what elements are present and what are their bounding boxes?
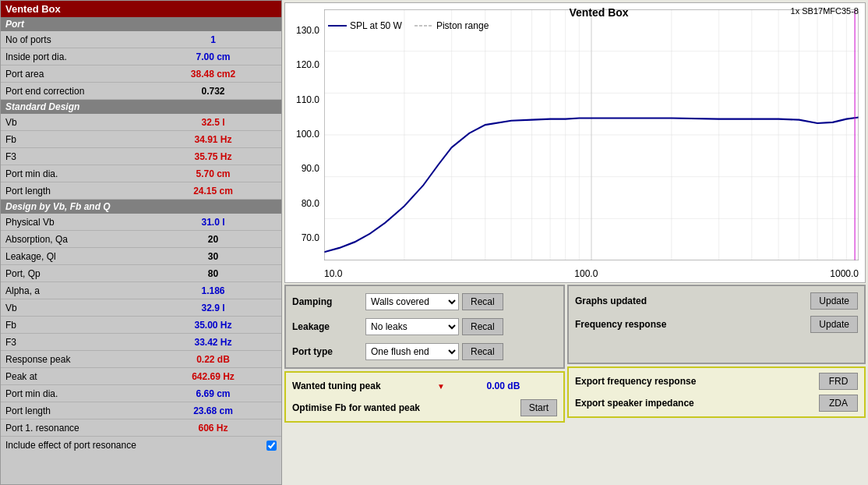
- graphs-updated-row: Graphs updated Update: [575, 291, 858, 311]
- port-area-label: Port area: [1, 67, 145, 81]
- inside-port-dia-value: 7.00 cm: [145, 50, 281, 64]
- table-row: Absorption, Qa 20: [1, 231, 281, 248]
- include-port-resonance-label: Include effect of port resonance: [5, 440, 263, 451]
- design-by-vb-fb-q-header: Design by Vb, Fb and Q: [1, 200, 281, 214]
- port-type-recal-button[interactable]: Recal: [462, 343, 503, 360]
- legend-spl-label: SPL at 50 W: [350, 20, 402, 31]
- table-row: No of ports 1: [1, 31, 281, 48]
- leakage-label: Leakage: [292, 321, 362, 332]
- port-end-correction-value: 0.732: [145, 84, 281, 98]
- inside-port-dia-label: Inside port dia.: [1, 50, 145, 64]
- controls-panel: Damping Walls covered None Fully covered…: [284, 285, 565, 369]
- export-freq-row: Export frequency response FRD: [575, 371, 858, 391]
- damping-label: Damping: [292, 296, 362, 307]
- table-row: Fb 35.00 Hz: [1, 317, 281, 334]
- y-axis-labels: 130.0 120.0 110.0 100.0 90.0 80.0 70.0: [285, 25, 323, 243]
- x-axis-labels: 10.0 100.0 1000.0: [324, 268, 859, 279]
- table-row: Port length 23.68 cm: [1, 402, 281, 420]
- export-impedance-row: Export speaker impedance ZDA: [575, 393, 858, 413]
- chart-legend: SPL at 50 W Piston range: [328, 20, 489, 31]
- optimise-label: Optimise Fb for wanted peak: [292, 402, 516, 413]
- port-type-label: Port type: [292, 346, 362, 357]
- table-row: Vb 32.9 l: [1, 299, 281, 317]
- export-frd-button[interactable]: FRD: [819, 373, 858, 390]
- app-title: Vented Box: [1, 1, 281, 17]
- legend-piston-label: Piston range: [436, 20, 489, 31]
- port-type-select[interactable]: One flush end Both open ends Both flush …: [365, 343, 459, 360]
- port-area-value: 38.48 cm2: [145, 67, 281, 81]
- graphs-updated-label: Graphs updated: [575, 296, 806, 306]
- empty-row: [575, 338, 858, 358]
- tuning-marker: ▼: [437, 382, 445, 391]
- export-impedance-label: Export speaker impedance: [575, 398, 814, 409]
- optimise-start-button[interactable]: Start: [520, 399, 557, 416]
- table-row: Port min dia. 6.69 cm: [1, 385, 281, 402]
- tuning-row: Wanted tuning peak ▼ 0.00 dB: [292, 376, 557, 396]
- damping-select[interactable]: Walls covered None Fully covered: [365, 293, 459, 310]
- chart-title: Vented Box: [569, 6, 628, 19]
- leakage-recal-button[interactable]: Recal: [462, 318, 503, 335]
- table-row: Port end correction 0.732: [1, 83, 281, 100]
- table-row: Port length 24.15 cm: [1, 182, 281, 200]
- left-panel: Vented Box Port No of ports 1 Inside por…: [0, 0, 282, 485]
- table-row: Physical Vb 31.0 l: [1, 214, 281, 231]
- chart-container: Vented Box 1x SB17MFC35-8 SPL at 50 W Pi…: [284, 2, 866, 283]
- table-row: Inside port dia. 7.00 cm: [1, 48, 281, 65]
- table-row: F3 33.42 Hz: [1, 334, 281, 351]
- wanted-tuning-peak-value: 0.00 dB: [450, 381, 557, 391]
- frequency-chart: [324, 9, 859, 260]
- table-row: Response peak 0.22 dB: [1, 351, 281, 368]
- graphs-update-button[interactable]: Update: [810, 292, 858, 310]
- table-row: Port 1. resonance 606 Hz: [1, 420, 281, 437]
- table-row: Alpha, a 1.186: [1, 282, 281, 299]
- table-row: Port, Qp 80: [1, 265, 281, 282]
- port-section-header: Port: [1, 17, 281, 31]
- optimise-row: Optimise Fb for wanted peak Start: [292, 398, 557, 418]
- wanted-tuning-peak-label: Wanted tuning peak: [292, 381, 432, 391]
- table-row: Port area 38.48 cm2: [1, 65, 281, 83]
- tuning-panel: Wanted tuning peak ▼ 0.00 dB Optimise Fb…: [284, 371, 565, 423]
- table-row: Leakage, Ql 30: [1, 248, 281, 265]
- include-port-resonance-row: Include effect of port resonance: [1, 437, 281, 454]
- table-row: Peak at 642.69 Hz: [1, 368, 281, 385]
- table-row: F3 35.75 Hz: [1, 148, 281, 165]
- no-of-ports-value: 1: [145, 33, 281, 47]
- export-panel: Export frequency response FRD Export spe…: [567, 366, 866, 418]
- right-panel: Vented Box 1x SB17MFC35-8 SPL at 50 W Pi…: [282, 0, 868, 485]
- damping-row: Damping Walls covered None Fully covered…: [292, 291, 557, 313]
- leakage-row: Leakage No leaks Small Large Recal: [292, 316, 557, 338]
- table-row: Vb 32.5 l: [1, 114, 281, 131]
- export-freq-label: Export frequency response: [575, 376, 814, 387]
- standard-design-header: Standard Design: [1, 100, 281, 114]
- damping-recal-button[interactable]: Recal: [462, 293, 503, 310]
- port-type-row: Port type One flush end Both open ends B…: [292, 341, 557, 363]
- chart-speaker-label: 1x SB17MFC35-8: [791, 6, 859, 16]
- frequency-response-label: Frequency response: [575, 319, 806, 330]
- export-zda-button[interactable]: ZDA: [819, 395, 858, 412]
- no-of-ports-label: No of ports: [1, 33, 145, 47]
- frequency-response-update-button[interactable]: Update: [810, 316, 858, 333]
- leakage-select[interactable]: No leaks Small Large: [365, 318, 459, 335]
- graphs-panel: Graphs updated Update Frequency response…: [567, 285, 866, 364]
- table-row: Fb 34.91 Hz: [1, 131, 281, 148]
- table-row: Port min dia. 5.70 cm: [1, 165, 281, 182]
- include-port-resonance-checkbox[interactable]: [266, 441, 277, 451]
- port-end-correction-label: Port end correction: [1, 84, 145, 98]
- frequency-response-row: Frequency response Update: [575, 314, 858, 335]
